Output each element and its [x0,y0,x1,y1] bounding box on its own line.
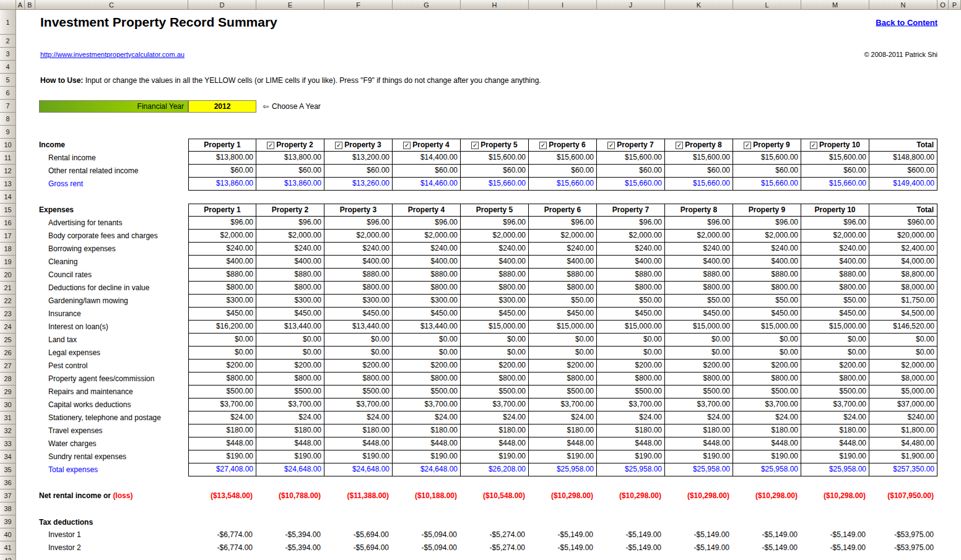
net-value-cell[interactable]: ($10,298.00) [733,489,801,502]
value-cell[interactable]: $50.00 [665,295,733,308]
value-cell[interactable]: $800.00 [461,282,529,295]
expenses-column-header[interactable]: Property 1 [188,204,256,217]
value-cell[interactable]: $4,500.00 [869,308,937,321]
value-cell[interactable]: $180.00 [256,424,324,437]
row-header-32[interactable]: 32 [0,424,16,437]
net-value-cell[interactable]: ($10,298.00) [665,489,733,502]
value-cell[interactable]: $2,000.00 [529,230,597,243]
value-cell[interactable]: $400.00 [256,256,324,269]
row-header-27[interactable]: 27 [0,360,16,373]
value-cell[interactable]: $15,000.00 [597,321,665,334]
value-cell[interactable]: $15,000.00 [733,321,801,334]
expenses-column-header[interactable]: Property 7 [597,204,665,217]
income-column-header[interactable]: ✓Property 8 [665,139,733,152]
value-cell[interactable]: $300.00 [256,295,324,308]
tax-value-cell[interactable]: -$5,149.00 [733,541,801,554]
value-cell[interactable]: $60.00 [801,165,869,178]
value-cell[interactable]: $3,700.00 [324,398,393,411]
value-cell[interactable]: $60.00 [529,165,597,178]
tax-value-cell[interactable]: -$5,394.00 [256,541,324,554]
property-checkbox[interactable]: ✓ [744,142,751,149]
value-cell[interactable]: $13,260.00 [324,178,393,191]
value-cell[interactable]: $146,520.00 [869,321,937,334]
value-cell[interactable]: $800.00 [801,282,869,295]
value-cell[interactable]: $0.00 [869,347,937,360]
tax-value-cell[interactable]: -$5,274.00 [461,541,529,554]
value-cell[interactable]: $15,660.00 [461,178,529,191]
value-cell[interactable]: $2,000.00 [324,230,393,243]
value-cell[interactable]: $880.00 [529,269,597,282]
select-all-corner[interactable] [0,0,16,10]
value-cell[interactable]: $13,440.00 [256,321,324,334]
value-cell[interactable]: $15,660.00 [529,178,597,191]
value-cell[interactable]: $180.00 [393,424,461,437]
value-cell[interactable]: $15,660.00 [597,178,665,191]
value-cell[interactable]: $190.00 [597,450,665,463]
row-header-17[interactable]: 17 [0,230,16,243]
value-cell[interactable]: $800.00 [801,373,869,386]
row-header-29[interactable]: 29 [0,386,16,398]
value-cell[interactable]: $500.00 [256,386,324,398]
value-cell[interactable]: $3,700.00 [733,398,801,411]
row-header-16[interactable]: 16 [0,217,16,230]
value-cell[interactable]: $240.00 [324,243,393,256]
row-header-37[interactable]: 37 [0,489,16,502]
row-header-7[interactable]: 7 [0,100,16,113]
value-cell[interactable]: $13,440.00 [324,321,393,334]
value-cell[interactable]: $300.00 [393,295,461,308]
income-column-header[interactable]: ✓Property 10 [801,139,869,152]
row-header-9[interactable]: 9 [0,126,16,139]
value-cell[interactable]: $500.00 [801,386,869,398]
net-value-cell[interactable]: ($10,298.00) [597,489,665,502]
value-cell[interactable]: $240.00 [869,411,937,424]
value-cell[interactable]: $448.00 [324,437,393,450]
value-cell[interactable]: $24.00 [324,411,393,424]
column-header-h[interactable]: H [461,0,529,10]
income-column-header[interactable]: ✓Property 7 [597,139,665,152]
tax-value-cell[interactable]: -$5,149.00 [801,528,869,541]
value-cell[interactable]: $24.00 [733,411,801,424]
value-cell[interactable]: $190.00 [733,450,801,463]
value-cell[interactable]: $500.00 [393,386,461,398]
value-cell[interactable]: $180.00 [529,424,597,437]
value-cell[interactable]: $800.00 [324,373,393,386]
value-cell[interactable]: $96.00 [801,217,869,230]
value-cell[interactable]: $8,000.00 [869,373,937,386]
value-cell[interactable]: $24.00 [801,411,869,424]
value-cell[interactable]: $450.00 [801,308,869,321]
row-header-30[interactable]: 30 [0,398,16,411]
value-cell[interactable]: $400.00 [393,256,461,269]
value-cell[interactable]: $257,350.00 [869,463,937,476]
value-cell[interactable]: $800.00 [665,373,733,386]
value-cell[interactable]: $14,400.00 [393,152,461,165]
value-cell[interactable]: $96.00 [529,217,597,230]
row-header-41[interactable]: 41 [0,541,16,554]
value-cell[interactable]: $96.00 [665,217,733,230]
property-checkbox[interactable]: ✓ [676,142,683,149]
value-cell[interactable]: $96.00 [324,217,393,230]
value-cell[interactable]: $25,958.00 [733,463,801,476]
income-column-header[interactable]: ✓Property 5 [461,139,529,152]
value-cell[interactable]: $50.00 [529,295,597,308]
property-checkbox[interactable]: ✓ [335,142,342,149]
value-cell[interactable]: $0.00 [529,347,597,360]
value-cell[interactable]: $24,648.00 [256,463,324,476]
value-cell[interactable]: $448.00 [188,437,256,450]
value-cell[interactable]: $2,000.00 [665,230,733,243]
value-cell[interactable]: $300.00 [461,295,529,308]
column-header-g[interactable]: G [393,0,461,10]
column-header-k[interactable]: K [665,0,733,10]
row-header-13[interactable]: 13 [0,178,16,191]
value-cell[interactable]: $50.00 [801,295,869,308]
value-cell[interactable]: $450.00 [393,308,461,321]
tax-value-cell[interactable]: -$5,149.00 [529,541,597,554]
row-header-19[interactable]: 19 [0,256,16,269]
value-cell[interactable]: $15,000.00 [461,321,529,334]
value-cell[interactable]: $190.00 [188,450,256,463]
value-cell[interactable]: $880.00 [665,269,733,282]
value-cell[interactable]: $880.00 [256,269,324,282]
income-column-header[interactable]: ✓Property 6 [529,139,597,152]
value-cell[interactable]: $800.00 [733,373,801,386]
column-header-o[interactable]: O [937,0,949,10]
value-cell[interactable]: $240.00 [665,243,733,256]
